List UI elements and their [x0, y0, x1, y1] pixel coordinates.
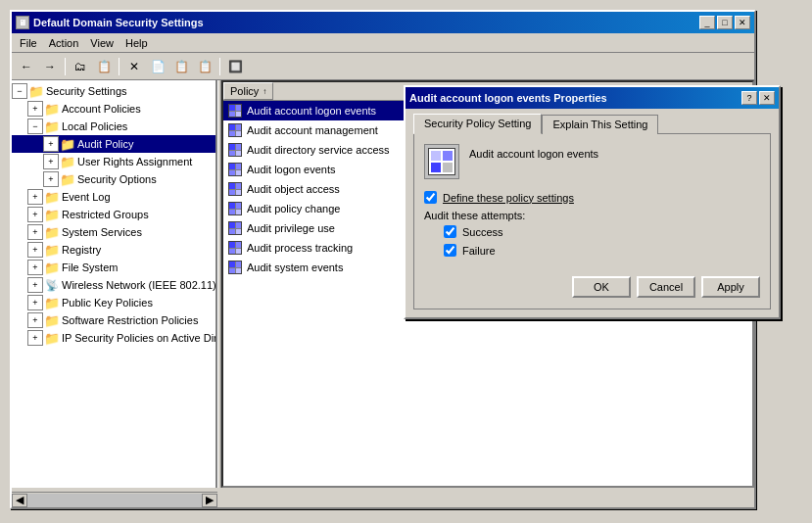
expander-public-key[interactable]: +: [27, 295, 43, 310]
menu-help[interactable]: Help: [119, 35, 154, 51]
tree-label-software-restriction: Software Restriction Policies: [62, 314, 198, 326]
paste-button[interactable]: 📋: [194, 56, 215, 77]
expander-security-settings[interactable]: −: [12, 83, 27, 99]
toolbar-sep-1: [65, 58, 66, 75]
attempts-label: Audit these attempts:: [424, 210, 760, 221]
dialog-help-button[interactable]: ?: [741, 91, 757, 105]
expander-ip-security[interactable]: +: [27, 330, 43, 346]
minimize-button[interactable]: _: [699, 16, 715, 29]
back-button[interactable]: ←: [16, 56, 37, 77]
tree-item-file-system[interactable]: + 📁 File System: [12, 259, 215, 276]
dialog-close-button[interactable]: ✕: [759, 91, 775, 105]
row-icon: [227, 201, 243, 216]
view-button[interactable]: 🔲: [224, 56, 246, 77]
delete-button[interactable]: ✕: [123, 56, 145, 77]
define-checkbox[interactable]: [424, 191, 437, 204]
row-icon: [227, 240, 243, 256]
tree-item-wireless-network[interactable]: + 📡 Wireless Network (IEEE 802.11) P: [12, 276, 215, 294]
window-icon: 🖥: [16, 16, 29, 29]
row-icon: [227, 162, 243, 177]
apply-button[interactable]: Apply: [701, 276, 760, 298]
close-button[interactable]: ✕: [735, 16, 750, 29]
tree-item-security-options[interactable]: + 📁 Security Options: [12, 170, 215, 188]
expander-user-rights[interactable]: +: [43, 154, 59, 169]
expander-security-options[interactable]: +: [43, 171, 59, 187]
dialog-title-controls: ? ✕: [741, 91, 775, 105]
expander-wireless-network[interactable]: +: [27, 277, 43, 293]
expander-local-policies[interactable]: −: [27, 119, 43, 134]
tree-item-ip-security[interactable]: + 📁 IP Security Policies on Active Dire: [12, 329, 215, 347]
success-label[interactable]: Success: [462, 226, 503, 238]
tree-item-security-settings[interactable]: − 📁 Security Settings: [12, 82, 215, 100]
menu-file[interactable]: File: [14, 35, 43, 51]
tree-item-restricted-groups[interactable]: + 📁 Restricted Groups: [12, 206, 215, 223]
menu-action[interactable]: Action: [43, 35, 85, 51]
attempts-checkboxes: Success Failure: [444, 225, 760, 257]
up-button[interactable]: 🗂: [70, 56, 91, 77]
tree-item-system-services[interactable]: + 📁 System Services: [12, 223, 215, 241]
tree-item-audit-policy[interactable]: + 📁 Audit Policy: [12, 135, 215, 153]
failure-checkbox-row: Failure: [444, 244, 760, 257]
row-icon: [227, 122, 243, 138]
tree-item-software-restriction[interactable]: + 📁 Software Restriction Policies: [12, 311, 215, 329]
expander-system-services[interactable]: +: [27, 224, 43, 240]
tree-item-local-policies[interactable]: − 📁 Local Policies: [12, 118, 215, 135]
tree-label-restricted-groups: Restricted Groups: [62, 209, 149, 220]
tree-item-event-log[interactable]: + 📁 Event Log: [12, 188, 215, 206]
wireless-icon: 📡: [44, 277, 60, 293]
horizontal-scrollbar[interactable]: ◀ ▶: [12, 492, 217, 507]
policy-icon-inner: [428, 148, 455, 175]
ok-button[interactable]: OK: [572, 276, 631, 298]
copy-button[interactable]: 📋: [170, 56, 192, 77]
expander-file-system[interactable]: +: [27, 260, 43, 275]
expander-audit-policy[interactable]: +: [43, 136, 59, 152]
expander-account-policies[interactable]: +: [27, 101, 43, 117]
row-icon: [227, 260, 243, 275]
title-bar-controls: _ □ ✕: [699, 16, 750, 29]
tree-label-registry: Registry: [62, 244, 101, 256]
menu-view[interactable]: View: [84, 35, 119, 51]
tree-label-account-policies: Account Policies: [62, 103, 141, 115]
folder-icon-security-settings: 📁: [28, 83, 44, 99]
row-icon: [227, 220, 243, 236]
dialog-buttons: OK Cancel Apply: [424, 276, 760, 298]
folder-icon-account-policies: 📁: [44, 101, 60, 117]
dialog-body: Security Policy Setting Explain This Set…: [406, 109, 779, 317]
folder-icon-system-services: 📁: [44, 224, 60, 240]
show-hide-button[interactable]: 📋: [93, 56, 115, 77]
define-checkbox-row: Define these policy settings: [424, 191, 760, 204]
list-row-label: Audit system events: [247, 262, 343, 273]
tab-explain-setting[interactable]: Explain This Setting: [542, 115, 658, 134]
tree-item-public-key[interactable]: + 📁 Public Key Policies: [12, 294, 215, 311]
main-window: 🖥 Default Domain Security Settings _ □ ✕…: [10, 10, 756, 509]
policy-header: Audit account logon events: [424, 144, 760, 179]
expander-event-log[interactable]: +: [27, 189, 43, 205]
properties-button[interactable]: 📄: [147, 56, 168, 77]
tree-label-local-policies: Local Policies: [62, 120, 127, 132]
expander-registry[interactable]: +: [27, 242, 43, 258]
expander-restricted-groups[interactable]: +: [27, 207, 43, 222]
scroll-thumb[interactable]: [27, 494, 202, 507]
column-policy[interactable]: Policy ↑: [223, 82, 273, 100]
tree-pane[interactable]: − 📁 Security Settings + 📁 Account Polici…: [12, 80, 217, 488]
menu-bar: File Action View Help: [12, 33, 754, 53]
cancel-button[interactable]: Cancel: [637, 276, 695, 298]
forward-button[interactable]: →: [39, 56, 61, 77]
failure-checkbox[interactable]: [444, 244, 456, 257]
list-row-label: Audit account logon events: [247, 105, 376, 117]
expander-software-restriction[interactable]: +: [27, 312, 43, 328]
tree-item-user-rights[interactable]: + 📁 User Rights Assignment: [12, 153, 215, 170]
failure-label[interactable]: Failure: [462, 245, 496, 257]
tab-security-policy-setting[interactable]: Security Policy Setting: [413, 114, 542, 134]
define-checkbox-label[interactable]: Define these policy settings: [443, 192, 574, 204]
scroll-right-button[interactable]: ▶: [202, 494, 217, 507]
policy-icon: [424, 144, 459, 179]
success-checkbox[interactable]: [444, 225, 456, 238]
toolbar-sep-2: [119, 58, 119, 75]
maximize-button[interactable]: □: [717, 16, 733, 29]
scroll-left-button[interactable]: ◀: [12, 494, 27, 507]
folder-icon-software-restriction: 📁: [44, 312, 60, 328]
tree-item-registry[interactable]: + 📁 Registry: [12, 241, 215, 259]
tree-item-account-policies[interactable]: + 📁 Account Policies: [12, 100, 215, 118]
folder-icon-ip-security: 📁: [44, 330, 60, 346]
